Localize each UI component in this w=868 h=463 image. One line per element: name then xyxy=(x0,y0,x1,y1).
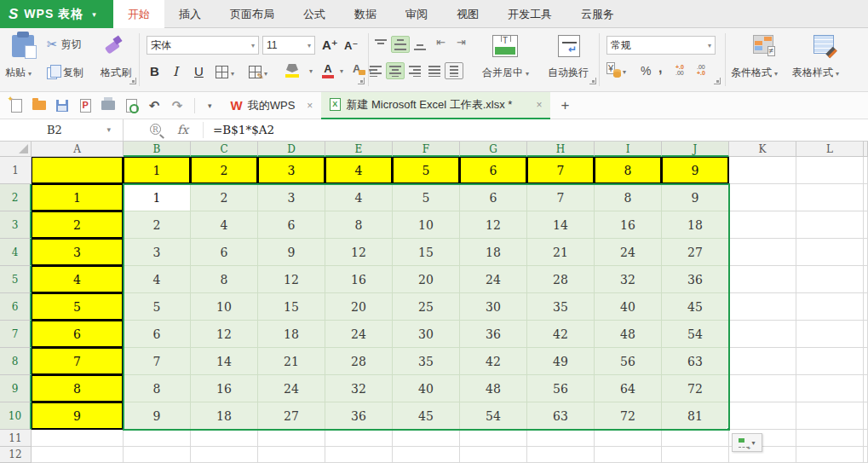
cell-E6[interactable]: 20 xyxy=(325,293,393,321)
cell-K1[interactable] xyxy=(729,157,796,184)
close-tab-icon[interactable]: × xyxy=(307,100,313,112)
cell-H9[interactable]: 56 xyxy=(527,375,595,402)
column-header-G[interactable]: G xyxy=(460,142,527,157)
formula-input[interactable]: =B$1*$A2 xyxy=(213,119,274,141)
font-dialog-launcher-icon[interactable] xyxy=(358,78,365,84)
cell-F4[interactable]: 15 xyxy=(393,239,460,266)
cell-E12[interactable] xyxy=(325,447,393,463)
cell-A5[interactable]: 4 xyxy=(32,266,124,293)
qat-customize-caret-icon[interactable]: ▾ xyxy=(204,101,216,110)
insert-function-button[interactable]: fx xyxy=(177,119,188,141)
increase-font-button[interactable]: A⁺ xyxy=(322,38,338,53)
font-name-combo[interactable]: 宋体 xyxy=(147,36,259,55)
increase-decimal-button[interactable]: +.0.00 xyxy=(675,64,684,76)
cell-I7[interactable]: 48 xyxy=(595,321,662,348)
cell-E8[interactable]: 28 xyxy=(325,348,393,375)
tab-my-wps[interactable]: W 我的WPS × xyxy=(222,92,322,119)
cell-sliver2[interactable] xyxy=(864,184,868,211)
redo-button[interactable]: ↷ xyxy=(170,98,185,113)
cell-C4[interactable]: 6 xyxy=(191,239,258,266)
cell-D12[interactable] xyxy=(258,447,325,463)
cell-C10[interactable]: 18 xyxy=(191,402,258,430)
font-size-combo[interactable]: 11 xyxy=(262,36,315,55)
cell-D11[interactable] xyxy=(258,430,325,447)
cell-I12[interactable] xyxy=(595,447,662,463)
row-header-7[interactable]: 7 xyxy=(0,321,32,348)
cell-G5[interactable]: 24 xyxy=(460,266,527,293)
close-tab-icon[interactable]: × xyxy=(536,99,542,111)
cell-I11[interactable] xyxy=(595,430,662,447)
cell-C3[interactable]: 4 xyxy=(191,211,258,239)
cell-L12[interactable] xyxy=(796,447,864,463)
cell-K10[interactable] xyxy=(729,402,796,430)
cell-A10[interactable]: 9 xyxy=(32,402,124,430)
column-header-I[interactable]: I xyxy=(595,142,662,157)
cut-button[interactable]: ✂剪切 xyxy=(47,37,82,52)
cell-I1[interactable]: 8 xyxy=(595,157,662,184)
cell-A7[interactable]: 6 xyxy=(32,321,124,348)
cell-K5[interactable] xyxy=(729,266,796,293)
row-header-11[interactable]: 11 xyxy=(0,430,32,447)
cell-B3[interactable]: 2 xyxy=(124,211,191,239)
menu-tab-1[interactable]: 插入 xyxy=(164,0,216,28)
cell-A2[interactable]: 1 xyxy=(32,184,124,211)
cell-K6[interactable] xyxy=(729,293,796,321)
align-left-button[interactable] xyxy=(366,62,385,79)
cell-L4[interactable] xyxy=(796,239,864,266)
cell-sliver6[interactable] xyxy=(864,293,868,321)
cell-C9[interactable]: 16 xyxy=(191,375,258,402)
cell-C2[interactable]: 2 xyxy=(191,184,258,211)
tab-workbook[interactable]: 新建 Microsoft Excel 工作表.xlsx * × xyxy=(321,92,550,119)
cell-J2[interactable]: 9 xyxy=(662,184,729,211)
cell-G8[interactable]: 42 xyxy=(460,348,527,375)
search-icon[interactable]: R xyxy=(150,124,161,135)
cell-L7[interactable] xyxy=(796,321,864,348)
cell-K8[interactable] xyxy=(729,348,796,375)
row-header-9[interactable]: 9 xyxy=(0,375,32,402)
cell-H3[interactable]: 14 xyxy=(527,211,595,239)
print-button[interactable] xyxy=(101,98,116,113)
cell-C11[interactable] xyxy=(191,430,258,447)
cell-F5[interactable]: 20 xyxy=(393,266,460,293)
cell-L11[interactable] xyxy=(796,430,864,447)
paste-dropdown[interactable]: 粘贴 xyxy=(5,66,32,80)
cell-L8[interactable] xyxy=(796,348,864,375)
cell-F8[interactable]: 35 xyxy=(393,348,460,375)
cell-E11[interactable] xyxy=(325,430,393,447)
cell-G10[interactable]: 54 xyxy=(460,402,527,430)
cell-J8[interactable]: 63 xyxy=(662,348,729,375)
cell-L2[interactable] xyxy=(796,184,864,211)
column-header-A[interactable]: A xyxy=(32,142,124,157)
cell-I4[interactable]: 24 xyxy=(595,239,662,266)
cell-L3[interactable] xyxy=(796,211,864,239)
cell-F6[interactable]: 25 xyxy=(393,293,460,321)
underline-button[interactable]: U xyxy=(194,64,204,78)
cell-G9[interactable]: 48 xyxy=(460,375,527,402)
cell-I6[interactable]: 40 xyxy=(595,293,662,321)
borders-button[interactable] xyxy=(216,66,234,78)
menu-tab-3[interactable]: 公式 xyxy=(289,0,340,28)
cell-D8[interactable]: 21 xyxy=(258,348,325,375)
cell-B5[interactable]: 4 xyxy=(124,266,191,293)
row-header-2[interactable]: 2 xyxy=(0,184,32,211)
cell-D6[interactable]: 15 xyxy=(258,293,325,321)
conditional-format-button[interactable] xyxy=(753,35,773,54)
cell-C8[interactable]: 14 xyxy=(191,348,258,375)
cell-E5[interactable]: 16 xyxy=(325,266,393,293)
open-file-button[interactable] xyxy=(32,98,47,113)
cell-E1[interactable]: 4 xyxy=(325,157,393,184)
increase-indent-button[interactable]: ⇥ xyxy=(457,36,466,49)
cell-H1[interactable]: 7 xyxy=(527,157,595,184)
name-box-caret-icon[interactable]: ▾ xyxy=(106,119,111,141)
cell-D2[interactable]: 3 xyxy=(258,184,325,211)
cell-sliver5[interactable] xyxy=(864,266,868,293)
row-header-12[interactable]: 12 xyxy=(0,447,32,463)
fill-color-button[interactable] xyxy=(285,64,299,78)
fill-color-caret[interactable] xyxy=(307,64,313,76)
cell-J5[interactable]: 36 xyxy=(662,266,729,293)
cell-F12[interactable] xyxy=(393,447,460,463)
cell-J11[interactable] xyxy=(662,430,729,447)
cell-J1[interactable]: 9 xyxy=(662,157,729,184)
comma-format-button[interactable]: , xyxy=(658,61,662,76)
column-header-H[interactable]: H xyxy=(527,142,595,157)
